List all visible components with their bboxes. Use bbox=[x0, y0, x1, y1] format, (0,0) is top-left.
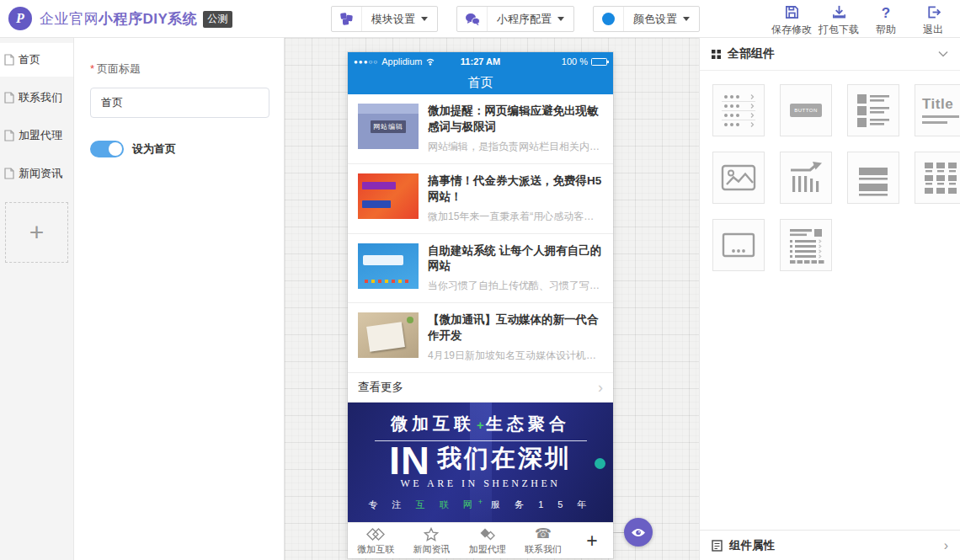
properties-doc-icon bbox=[712, 540, 723, 552]
component-tile-banner-strips[interactable] bbox=[847, 152, 899, 204]
exit-label: 退出 bbox=[923, 23, 943, 37]
component-tile-grid[interactable] bbox=[915, 152, 960, 204]
banner-tagline: 专 注 互 联 网+ 服 务 1 5 年 bbox=[348, 498, 613, 511]
phone-page-title: 首页 bbox=[468, 75, 493, 91]
tab-news[interactable]: 新闻资讯 bbox=[403, 526, 459, 556]
chevron-right-icon: › bbox=[598, 380, 603, 395]
tab-contact[interactable]: ☎ 联系我们 bbox=[515, 526, 571, 556]
page-item-label: 新闻资讯 bbox=[19, 166, 62, 181]
news-summary: 微加15年来一直秉承着“用心感动客户！”的... bbox=[428, 210, 603, 224]
app-title: 企业官网小程序DIY系统公测 bbox=[40, 9, 232, 29]
sidebar-item-agent[interactable]: 加盟代理 bbox=[0, 119, 73, 152]
caret-down-icon bbox=[557, 17, 564, 21]
news-item[interactable]: 自助建站系统 让每个人拥有自己的网站 当你习惯了自拍上传优酷、习惯了写点小... bbox=[348, 234, 613, 304]
exit-button[interactable]: 退出 bbox=[909, 4, 957, 37]
set-home-toggle[interactable] bbox=[90, 141, 124, 157]
wechat-bubbles-icon bbox=[457, 7, 488, 31]
save-button[interactable]: 保存修改 bbox=[768, 4, 815, 37]
add-page-button[interactable]: + bbox=[5, 202, 68, 263]
grid-icon bbox=[921, 158, 960, 197]
news-summary: 4月19日新加坡知名互动媒体设计机构Pinh... bbox=[428, 349, 603, 363]
component-properties-label: 组件属性 bbox=[729, 538, 937, 553]
phone-tab-bar: 微加互联 新闻资讯 加盟代理 ☎ 联系我们 bbox=[348, 522, 613, 558]
page-doc-icon bbox=[4, 168, 14, 179]
app-title-bold: 小程序DIY系统 bbox=[99, 11, 197, 27]
news-item[interactable]: 搞事情！代金券大派送，免费得H5网站！ 微加15年来一直秉承着“用心感动客户！”… bbox=[348, 164, 613, 234]
banner-image-component[interactable]: 微加互联+生态聚合 IN我们在深圳 WE ARE IN SHENZHEN 专 注… bbox=[348, 403, 613, 522]
component-tile-title[interactable]: Title bbox=[915, 84, 960, 136]
page-doc-icon bbox=[4, 130, 14, 141]
component-tile-detail-list[interactable] bbox=[780, 219, 832, 271]
component-tile-carousel[interactable] bbox=[712, 219, 765, 271]
preview-eye-button[interactable] bbox=[624, 518, 653, 547]
sidebar-item-contact[interactable]: 联系我们 bbox=[0, 81, 73, 115]
news-thumbnail bbox=[358, 312, 419, 358]
news-title: 搞事情！代金券大派送，免费得H5网站！ bbox=[428, 173, 603, 205]
phone-status-bar: ●●●○○ Applidium 11:27 AM 100 % bbox=[348, 52, 613, 71]
miniprogram-config-label: 小程序配置 bbox=[497, 12, 552, 27]
component-properties-bar[interactable]: 组件属性 › bbox=[700, 530, 960, 560]
star-icon bbox=[424, 526, 439, 542]
banner-strips-icon bbox=[854, 158, 893, 197]
news-thumbnail: 网站编辑 bbox=[358, 104, 419, 149]
help-button[interactable]: ? 帮助 bbox=[862, 4, 909, 37]
tab-label: 微加互联 bbox=[357, 543, 394, 556]
page-title-field-label: *页面标题 bbox=[90, 61, 284, 77]
image-text-list-icon bbox=[854, 91, 893, 130]
components-header-label: 全部组件 bbox=[728, 46, 931, 61]
detail-list-icon bbox=[787, 226, 825, 264]
save-floppy-icon bbox=[784, 4, 800, 20]
sidebar-item-home[interactable]: 首页 bbox=[0, 43, 73, 77]
component-tile-button[interactable]: BUTTON bbox=[780, 84, 832, 136]
design-canvas: ●●●○○ Applidium 11:27 AM 100 % 首页 网站编辑 微… bbox=[285, 38, 699, 560]
toolbar-actions: 保存修改 打包下载 ? 帮助 退出 bbox=[768, 4, 957, 37]
tab-label: 新闻资讯 bbox=[413, 543, 450, 556]
page-item-label: 首页 bbox=[19, 52, 40, 67]
tab-weijia[interactable]: 微加互联 bbox=[348, 526, 403, 556]
package-download-button[interactable]: 打包下载 bbox=[815, 4, 862, 37]
component-tile-image[interactable] bbox=[712, 152, 765, 204]
battery-icon bbox=[591, 58, 607, 66]
color-settings-dropdown[interactable]: 颜色设置 bbox=[593, 6, 700, 32]
title-icon: Title bbox=[922, 97, 959, 124]
phone-nav-bar: 首页 bbox=[348, 71, 613, 94]
carousel-icon bbox=[719, 226, 758, 264]
news-item[interactable]: 网站编辑 微加提醒：网页编辑应避免出现敏感词与极限词 网站编辑，是指负责网站栏目… bbox=[348, 94, 613, 164]
component-tile-image-text-list[interactable] bbox=[847, 84, 899, 136]
component-tile-marquee[interactable] bbox=[780, 152, 832, 204]
wifi-icon bbox=[425, 57, 435, 66]
news-item[interactable]: 【微加通讯】互动媒体的新一代合作开发 4月19日新加坡知名互动媒体设计机构Pin… bbox=[348, 303, 613, 373]
sidebar-item-news[interactable]: 新闻资讯 bbox=[0, 157, 73, 190]
tab-label: 联系我们 bbox=[525, 543, 562, 556]
module-settings-dropdown[interactable]: 模块设置 bbox=[331, 6, 438, 32]
settings-dropdowns: 模块设置 小程序配置 颜色设置 bbox=[331, 6, 700, 32]
news-thumbnail bbox=[358, 173, 419, 219]
view-more-link[interactable]: 查看更多 › bbox=[348, 373, 613, 403]
button-icon: BUTTON bbox=[790, 104, 822, 117]
page-properties-panel: *页面标题 设为首页 bbox=[75, 38, 285, 560]
news-thumbnail bbox=[358, 243, 419, 289]
app-window: P 企业官网小程序DIY系统公测 模块设置 小程序配置 颜色设置 bbox=[0, 0, 960, 560]
tags-icon bbox=[479, 526, 496, 542]
news-summary: 当你习惯了自拍上传优酷、习惯了写点小... bbox=[428, 279, 603, 293]
miniprogram-config-dropdown[interactable]: 小程序配置 bbox=[456, 6, 574, 32]
component-tiles-grid: BUTTON Title bbox=[700, 71, 960, 271]
component-tile-menu-list[interactable] bbox=[712, 84, 765, 136]
download-icon bbox=[831, 4, 847, 20]
image-icon bbox=[719, 158, 758, 197]
top-bar: P 企业官网小程序DIY系统公测 模块设置 小程序配置 颜色设置 bbox=[0, 0, 960, 38]
page-title-input[interactable] bbox=[90, 88, 269, 118]
color-settings-label: 颜色设置 bbox=[633, 12, 677, 27]
caret-down-icon bbox=[421, 17, 428, 21]
save-label: 保存修改 bbox=[771, 23, 812, 37]
marquee-arrow-icon bbox=[787, 158, 825, 197]
theme-color-dot-icon bbox=[594, 7, 624, 31]
add-tab-button[interactable]: + bbox=[571, 530, 613, 552]
question-mark-icon: ? bbox=[882, 4, 890, 20]
diamonds-icon bbox=[365, 526, 386, 542]
page-item-label: 加盟代理 bbox=[19, 128, 62, 143]
banner-headline: 微加互联+生态聚合 bbox=[348, 413, 613, 435]
clock-label: 11:27 AM bbox=[453, 56, 508, 67]
components-header[interactable]: 全部组件 bbox=[700, 38, 960, 71]
tab-agent[interactable]: 加盟代理 bbox=[460, 526, 515, 556]
